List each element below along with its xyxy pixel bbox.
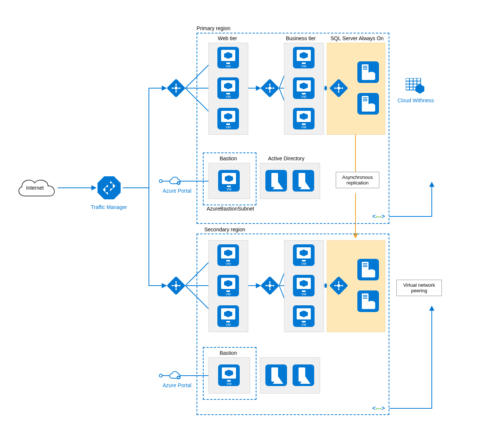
internet-label: Internet bbox=[26, 185, 44, 191]
traffic-manager-icon bbox=[96, 175, 122, 201]
cloud-icon bbox=[168, 370, 182, 382]
ad-server-icon bbox=[265, 364, 287, 386]
cloud-icon bbox=[168, 176, 182, 187]
ad-server-icon bbox=[265, 170, 287, 192]
bastion-label: Bastion bbox=[220, 350, 237, 356]
azure-portal-label: Azure Portal bbox=[163, 382, 191, 388]
svg-rect-41 bbox=[178, 377, 179, 378]
vnet-peering-icon: <•••> bbox=[372, 405, 385, 412]
secondary-region-label: Secondary region bbox=[204, 226, 245, 232]
vm-icon bbox=[218, 364, 240, 386]
ad-server-icon bbox=[293, 170, 314, 192]
vm-icon bbox=[217, 108, 239, 129]
web-tier-label: Web tier bbox=[218, 35, 237, 41]
vnet-peering-icon: <•••> bbox=[372, 213, 385, 220]
vm-icon bbox=[293, 244, 315, 266]
sql-server-icon bbox=[357, 290, 379, 312]
business-tier-label: Business tier bbox=[286, 35, 316, 41]
vnet-peering-callout: Virtual network peering bbox=[396, 280, 442, 296]
vm-icon bbox=[293, 108, 315, 129]
ad-server-icon bbox=[293, 364, 314, 386]
vm-icon bbox=[293, 47, 315, 68]
svg-point-23 bbox=[159, 374, 162, 377]
svg-point-11 bbox=[159, 180, 162, 183]
azure-portal-label: Azure Portal bbox=[163, 188, 191, 194]
vm-icon bbox=[293, 275, 315, 296]
vm-icon bbox=[218, 170, 240, 192]
vm-icon bbox=[217, 244, 239, 266]
async-replication-callout: Asynchronous replication bbox=[336, 172, 379, 188]
vm-icon bbox=[217, 47, 239, 68]
bastion-subnet-label: AzureBastionSubnet bbox=[207, 206, 254, 212]
vm-icon bbox=[293, 305, 315, 327]
vm-icon bbox=[217, 77, 239, 99]
load-balancer-icon bbox=[167, 276, 186, 295]
vm-icon bbox=[217, 275, 239, 296]
svg-rect-39 bbox=[178, 182, 179, 184]
primary-region-label: Primary region bbox=[197, 25, 230, 31]
active-directory-label: Active Directory bbox=[268, 155, 304, 161]
sql-server-icon bbox=[357, 93, 379, 115]
vm-icon bbox=[293, 77, 315, 99]
cloud-witness-label: Cloud Withness bbox=[398, 97, 434, 103]
load-balancer-icon bbox=[167, 79, 186, 98]
async-replication-text: Asynchronous replication bbox=[340, 174, 375, 186]
sql-server-icon bbox=[357, 259, 379, 280]
vm-icon bbox=[217, 305, 239, 327]
bastion-label: Bastion bbox=[220, 155, 237, 161]
vnet-peering-text: Virtual network peering bbox=[401, 282, 438, 293]
sql-tier-label: SQL Server Always On bbox=[331, 35, 384, 41]
sql-server-icon bbox=[357, 61, 379, 83]
cloud-witness-icon bbox=[406, 78, 424, 94]
traffic-manager-label: Traffic Manager bbox=[91, 204, 127, 210]
